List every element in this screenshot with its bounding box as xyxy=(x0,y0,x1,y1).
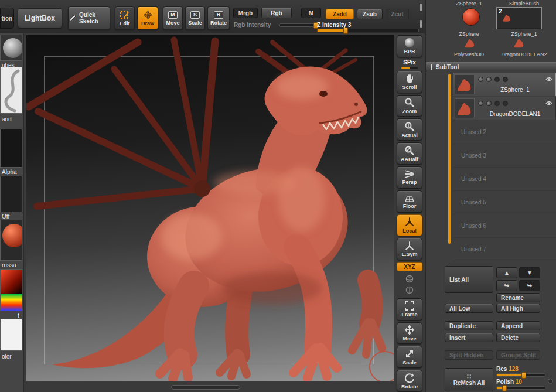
persp-label: Persp xyxy=(402,179,417,185)
subtool-blob-icon xyxy=(455,99,474,118)
polymesh-tool-thumbnail[interactable] xyxy=(463,36,476,49)
paint-toggle-icon[interactable] xyxy=(503,77,508,82)
polish-value: 10 xyxy=(516,379,522,385)
split-hidden-button[interactable]: Split Hidden xyxy=(445,350,493,360)
zsphere-tool-thumbnail[interactable] xyxy=(462,8,480,26)
m-toggle[interactable]: M xyxy=(301,8,321,18)
color-hue-strip[interactable] xyxy=(1,294,22,311)
subtool-empty-slot[interactable]: Unused 2 xyxy=(453,121,556,144)
subtool-shift-up-button[interactable]: ↪ xyxy=(496,280,517,291)
subtool-header[interactable]: SubTool xyxy=(426,62,556,71)
list-all-button[interactable]: List All xyxy=(445,266,493,293)
document-canvas[interactable] xyxy=(26,35,394,381)
actual-button[interactable]: Actual xyxy=(397,118,422,141)
z-intensity-slider[interactable] xyxy=(317,29,419,32)
secondary-color-swatch[interactable] xyxy=(0,319,22,351)
draw-button[interactable]: Draw xyxy=(137,6,158,30)
partial-panel-tab[interactable]: tion xyxy=(0,8,14,29)
move-tool-button[interactable]: Move xyxy=(397,322,422,345)
subtool-item[interactable]: DragonDODELAN1 xyxy=(453,97,556,120)
paint-toggle-icon[interactable] xyxy=(494,77,500,82)
eye-icon[interactable] xyxy=(545,76,552,82)
scroll-button[interactable]: Scroll xyxy=(397,71,422,93)
material-sphere-icon xyxy=(2,224,22,247)
paint-toggle-icon[interactable] xyxy=(486,77,492,82)
paint-toggle-icon[interactable] xyxy=(503,101,508,106)
polish-knob[interactable] xyxy=(502,385,507,391)
subtool-scrollbar[interactable] xyxy=(448,74,451,244)
gyro-icon[interactable] xyxy=(405,275,414,283)
paint-toggle-icon[interactable] xyxy=(486,101,492,106)
insert-button[interactable]: Insert xyxy=(445,333,493,342)
rgb-toggle[interactable]: Rgb xyxy=(261,8,292,18)
mrgb-toggle[interactable]: Mrgb xyxy=(233,8,258,18)
scale-tool-button[interactable]: Scale xyxy=(397,346,422,368)
xyz-button[interactable]: XYZ xyxy=(397,262,422,271)
res-knob[interactable] xyxy=(521,372,526,379)
brush-thumbnail[interactable] xyxy=(0,35,22,61)
edit-label: Edit xyxy=(120,21,130,26)
current-tool-thumbnail[interactable]: 2 xyxy=(496,7,542,29)
zsub-toggle[interactable]: Zsub xyxy=(357,9,383,19)
stroke-thumbnail[interactable] xyxy=(0,67,22,114)
subtool-down-button[interactable]: ▼ xyxy=(519,267,540,278)
texture-thumbnail[interactable] xyxy=(0,176,22,212)
material-thumbnail[interactable] xyxy=(0,220,22,261)
rgb-intensity-slider[interactable] xyxy=(279,23,318,27)
color-picker[interactable] xyxy=(0,269,22,311)
subtool-empty-slot[interactable]: Unused 3 xyxy=(453,144,556,168)
subtool-empty-slot[interactable]: Unused 4 xyxy=(453,168,556,191)
duplicate-button[interactable]: Duplicate xyxy=(445,321,493,330)
subtool-shift-down-button[interactable]: ↪ xyxy=(519,280,540,291)
res-fill xyxy=(497,374,523,376)
edit-button[interactable]: Edit xyxy=(115,6,135,30)
spix-fill xyxy=(401,67,410,69)
subtool-empty-slot[interactable]: Unused 7 xyxy=(453,238,556,261)
alpha-thumbnail[interactable] xyxy=(0,129,22,168)
paint-toggle-icon[interactable] xyxy=(478,77,483,82)
zcut-toggle[interactable]: Zcut xyxy=(386,9,409,19)
eye-icon[interactable] xyxy=(545,100,552,106)
lightbox-button[interactable]: LightBox xyxy=(18,8,62,28)
quick-sketch-button[interactable]: Quick Sketch xyxy=(68,6,110,30)
rotate-button[interactable]: R Rotate xyxy=(207,6,230,30)
zadd-toggle[interactable]: Zadd xyxy=(326,9,354,19)
subtool-empty-slot[interactable]: Unused 6 xyxy=(453,214,556,238)
scroll-label: Scroll xyxy=(402,84,417,90)
dragon-tool-thumbnail[interactable] xyxy=(513,36,526,49)
gyro-icon[interactable] xyxy=(405,286,414,294)
frame-button[interactable]: Frame xyxy=(397,298,422,321)
zoom-button[interactable]: Zoom xyxy=(397,95,422,117)
aahalf-button[interactable]: AAHalf xyxy=(397,142,422,165)
horizontal-scrollbar[interactable] xyxy=(171,385,240,390)
z-intensity-knob[interactable] xyxy=(343,28,348,34)
spix-control[interactable]: SPix xyxy=(397,59,422,69)
floor-button[interactable]: Floor xyxy=(397,190,422,213)
subtool-item[interactable]: ZSphere_1 xyxy=(453,73,556,96)
local-button[interactable]: Local xyxy=(397,214,422,237)
groups-split-button[interactable]: Groups Split xyxy=(496,350,540,360)
all-high-button[interactable]: All High xyxy=(496,304,540,313)
paint-toggle-icon[interactable] xyxy=(494,101,500,106)
subtool-up-button[interactable]: ▲ xyxy=(496,267,517,278)
bpr-button[interactable]: BPR xyxy=(397,35,422,57)
spix-slider[interactable] xyxy=(401,67,418,69)
color-sv-square[interactable] xyxy=(1,270,22,294)
append-button[interactable]: Append xyxy=(496,321,540,330)
paint-toggle-icon[interactable] xyxy=(478,101,483,106)
res-slider[interactable] xyxy=(496,373,545,377)
rotate-tool-button[interactable]: Rotate xyxy=(397,370,422,392)
lsym-button[interactable]: L.Sym xyxy=(397,238,422,260)
delete-button[interactable]: Delete xyxy=(496,333,540,342)
remesh-all-button[interactable]: ∷ ReMesh All xyxy=(445,368,493,391)
subtool-thumbnail xyxy=(455,98,475,118)
move-button[interactable]: M Move xyxy=(163,6,183,30)
rename-button[interactable]: Rename xyxy=(496,293,540,302)
persp-button[interactable]: Persp xyxy=(397,166,422,189)
all-low-button[interactable]: All Low xyxy=(445,304,493,313)
rotate-icon: R xyxy=(214,11,223,19)
polish-mode-toggle[interactable] xyxy=(548,379,553,384)
polish-slider[interactable] xyxy=(496,386,545,390)
scale-button[interactable]: S Scale xyxy=(185,6,205,30)
subtool-empty-slot[interactable]: Unused 5 xyxy=(453,191,556,214)
